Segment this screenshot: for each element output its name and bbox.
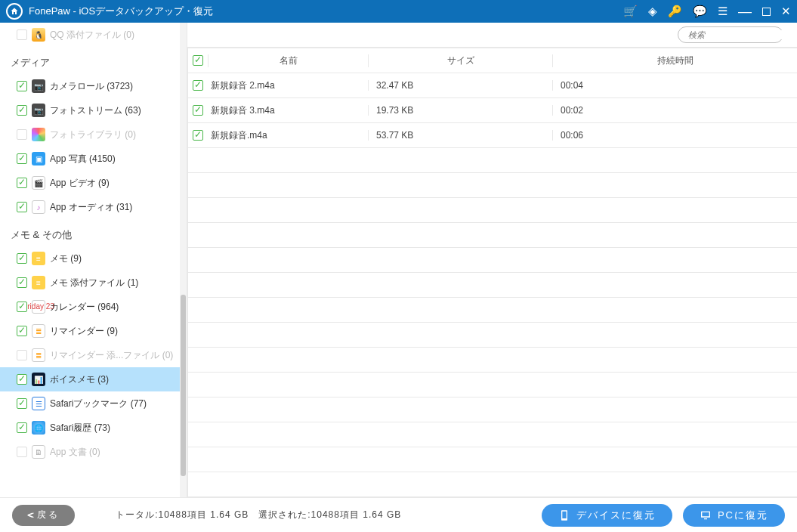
table-row-empty bbox=[188, 348, 797, 373]
cell-name: 新規録音 2.m4a bbox=[208, 79, 368, 92]
sidebar-checkbox[interactable] bbox=[17, 350, 27, 360]
minimize-button[interactable]: — bbox=[738, 8, 752, 15]
row-checkbox[interactable] bbox=[193, 105, 203, 116]
file-table: 名前 サイズ 持続時間 新規録音 2.m4a32.47 KB00:04新規録音 … bbox=[187, 48, 797, 497]
sidebar-item[interactable]: ♪App オーディオ (31) bbox=[0, 195, 187, 219]
sidebar-item[interactable]: ≣リマインダー (9) bbox=[0, 319, 187, 343]
restore-device-label: デバイスに復元 bbox=[576, 509, 656, 522]
sidebar-item-label: カレンダー (964) bbox=[50, 301, 119, 314]
table-row-empty bbox=[188, 248, 797, 273]
app-title: FonePaw - iOSデータバックアップ・復元 bbox=[29, 5, 213, 18]
sidebar-item[interactable]: Friday 23カレンダー (964) bbox=[0, 295, 187, 319]
sidebar-item[interactable]: 📷フォトストリーム (63) bbox=[0, 98, 187, 122]
sidebar-item-label: フォトストリーム (63) bbox=[50, 104, 141, 117]
sidebar-checkbox[interactable] bbox=[17, 447, 27, 457]
sidebar-item-label: App 写真 (4150) bbox=[50, 153, 116, 165]
diamond-icon[interactable]: ◈ bbox=[648, 5, 657, 18]
table-row-empty bbox=[188, 223, 797, 248]
table-row-empty bbox=[188, 397, 797, 422]
home-icon[interactable] bbox=[6, 3, 23, 20]
sidebar-checkbox[interactable] bbox=[17, 302, 27, 312]
table-row-empty bbox=[188, 422, 797, 447]
sidebar-item-label: App オーディオ (31) bbox=[50, 201, 132, 214]
cell-size: 32.47 KB bbox=[368, 80, 552, 91]
sidebar-checkbox[interactable] bbox=[17, 326, 27, 336]
restore-pc-button[interactable]: PCに復元 bbox=[683, 504, 785, 527]
table-header: 名前 サイズ 持続時間 bbox=[188, 48, 797, 73]
sidebar-item-label: リマインダー 添...ファイル (0) bbox=[50, 349, 173, 362]
sidebar-checkbox[interactable] bbox=[17, 153, 27, 164]
sidebar-item[interactable]: 🌐Safari履歴 (73) bbox=[0, 416, 187, 440]
sidebar-checkbox[interactable] bbox=[17, 398, 27, 409]
restore-pc-label: PCに復元 bbox=[718, 509, 768, 522]
back-button[interactable]: << 戻る bbox=[12, 505, 75, 526]
aud-icon: ♪ bbox=[32, 200, 45, 214]
select-all-checkbox[interactable] bbox=[193, 55, 203, 66]
restore-device-button[interactable]: デバイスに復元 bbox=[542, 504, 672, 527]
dark-icon: 📷 bbox=[32, 79, 45, 93]
sidebar-item[interactable]: 📷カメラロール (3723) bbox=[0, 74, 187, 98]
yellow-icon: ≡ bbox=[32, 252, 45, 265]
sidebar-item[interactable]: ≡メモ (9) bbox=[0, 246, 187, 271]
sidebar-item[interactable]: ≣リマインダー 添...ファイル (0) bbox=[0, 343, 187, 367]
group-header-media: メディア bbox=[0, 47, 187, 74]
sidebar-item[interactable]: ▣App 写真 (4150) bbox=[0, 147, 187, 171]
cell-name: 新規録音 3.m4a bbox=[208, 104, 368, 117]
table-row-empty bbox=[188, 148, 797, 173]
sidebar-scroll-thumb[interactable] bbox=[181, 295, 186, 476]
table-row-empty bbox=[188, 447, 797, 472]
sidebar-item[interactable]: ≡メモ 添付ファイル (1) bbox=[0, 271, 187, 295]
sidebar-checkbox[interactable] bbox=[17, 129, 27, 140]
close-button[interactable]: ✕ bbox=[781, 5, 791, 18]
sidebar-item[interactable]: 🎬App ビデオ (9) bbox=[0, 171, 187, 195]
back-label: 戻る bbox=[37, 509, 60, 521]
sidebar-item-label: メモ 添付ファイル (1) bbox=[50, 277, 138, 289]
device-icon bbox=[558, 509, 570, 521]
sidebar-checkbox[interactable] bbox=[17, 374, 27, 385]
table-row[interactable]: 新規録音 2.m4a32.47 KB00:04 bbox=[188, 73, 797, 98]
sidebar-item-label: Safari履歴 (73) bbox=[50, 422, 110, 435]
sidebar-scrollbar[interactable] bbox=[180, 23, 187, 497]
table-row[interactable]: 新規録音.m4a53.77 KB00:06 bbox=[188, 123, 797, 148]
sidebar-checkbox[interactable] bbox=[17, 178, 27, 188]
titlebar: FonePaw - iOSデータバックアップ・復元 🛒 ◈ 🔑 💬 ☰ — ✕ bbox=[0, 0, 797, 23]
qq-icon: 🐧 bbox=[32, 28, 45, 42]
cell-size: 19.73 KB bbox=[368, 105, 552, 116]
col-header-duration[interactable]: 持続時間 bbox=[552, 54, 797, 67]
doc-icon: 🗎 bbox=[32, 445, 45, 459]
table-row-empty bbox=[188, 472, 797, 497]
shop-icon[interactable]: 🛒 bbox=[623, 5, 638, 18]
sidebar-checkbox[interactable] bbox=[17, 277, 27, 288]
search-input[interactable] bbox=[688, 30, 793, 39]
col-header-name[interactable]: 名前 bbox=[208, 54, 368, 67]
row-checkbox[interactable] bbox=[193, 130, 203, 141]
feedback-icon[interactable]: ☰ bbox=[718, 5, 727, 18]
footer: << 戻る トータル:10488項目 1.64 GB 選択された:10488項目… bbox=[0, 497, 797, 532]
sidebar-item-label: リマインダー (9) bbox=[50, 325, 118, 338]
key-icon[interactable]: 🔑 bbox=[668, 5, 682, 18]
sidebar-checkbox[interactable] bbox=[17, 422, 27, 433]
sidebar-checkbox[interactable] bbox=[17, 81, 27, 91]
cal-icon: Friday 23 bbox=[32, 300, 45, 314]
sidebar-item[interactable]: フォトライブラリ (0) bbox=[0, 122, 187, 147]
group-header-memo: メモ & その他 bbox=[0, 219, 187, 246]
sidebar-checkbox[interactable] bbox=[17, 202, 27, 212]
row-checkbox[interactable] bbox=[193, 80, 203, 91]
maximize-button[interactable] bbox=[762, 8, 771, 16]
sidebar-item[interactable]: 🐧QQ 添付ファイル (0) bbox=[0, 23, 187, 47]
sidebar-checkbox[interactable] bbox=[17, 29, 27, 40]
sidebar-item-label: Safariブックマーク (77) bbox=[50, 397, 147, 410]
chat-icon[interactable]: 💬 bbox=[693, 5, 707, 18]
table-row[interactable]: 新規録音 3.m4a19.73 KB00:02 bbox=[188, 98, 797, 123]
sidebar-item[interactable]: ☰Safariブックマーク (77) bbox=[0, 391, 187, 416]
chevron-left-icon: << bbox=[27, 509, 29, 521]
col-header-size[interactable]: サイズ bbox=[368, 54, 552, 67]
sidebar-item[interactable]: 📊ボイスメモ (3) bbox=[0, 367, 187, 391]
status-text: トータル:10488項目 1.64 GB 選択された:10488項目 1.64 … bbox=[85, 509, 531, 521]
sidebar-checkbox[interactable] bbox=[17, 105, 27, 116]
sidebar-checkbox[interactable] bbox=[17, 253, 27, 264]
voice-icon: 📊 bbox=[32, 373, 45, 386]
search-box[interactable] bbox=[678, 26, 783, 43]
book-icon: ☰ bbox=[32, 397, 45, 410]
sidebar-item[interactable]: 🗎App 文書 (0) bbox=[0, 440, 187, 464]
